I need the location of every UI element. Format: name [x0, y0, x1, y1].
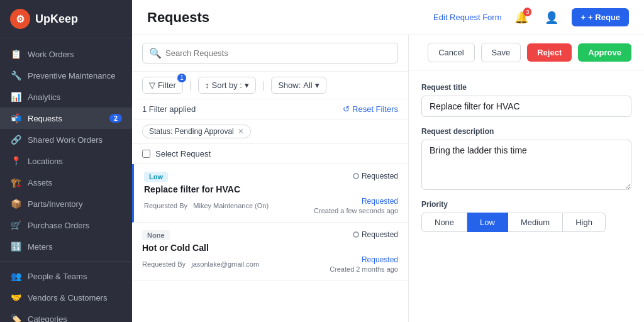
filter-label: Filter — [158, 80, 176, 90]
separator-2: | — [261, 80, 266, 91]
save-button[interactable]: Save — [481, 43, 521, 62]
sidebar-label-vendors: Vendors & Customers — [28, 293, 107, 303]
search-icon: 🔍 — [149, 47, 162, 59]
sidebar-nav: 📋 Work Orders 🔧 Preventive Maintenance 📊… — [0, 38, 132, 322]
sidebar-label-people-teams: People & Teams — [28, 272, 87, 281]
close-icon[interactable]: ✕ — [238, 127, 244, 136]
approve-button[interactable]: Approve — [578, 43, 631, 62]
priority-medium-button[interactable]: Medium — [508, 213, 563, 232]
priority-tag-2: None — [142, 230, 170, 240]
filter-button[interactable]: ▽ Filter 1 — [142, 77, 183, 94]
requested-by-label-2: Requested By — [142, 260, 186, 268]
filter-row: ▽ Filter 1 | ↕ Sort by : ▾ | Show: All ▾ — [132, 72, 408, 99]
search-input[interactable] — [165, 48, 391, 58]
wo-meta-1: Requested By Mikey Maintenance (On) Requ… — [144, 197, 398, 214]
show-button[interactable]: Show: All ▾ — [271, 77, 326, 94]
status-tag[interactable]: Status: Pending Approval ✕ — [142, 125, 251, 138]
description-textarea[interactable]: Bring the ladder this time — [421, 140, 631, 190]
status-tag-text: Status: Pending Approval — [149, 127, 234, 136]
title-input[interactable] — [421, 96, 631, 117]
sidebar-label-shared-work-orders: Shared Work Orders — [28, 135, 103, 145]
sidebar-item-vendors-customers[interactable]: 🤝 Vendors & Customers — [0, 287, 132, 308]
form-body: Request title Request description Bring … — [409, 70, 644, 245]
logo-icon: ⚙ — [10, 9, 30, 29]
edit-request-form-link[interactable]: Edit Request Form — [433, 13, 501, 22]
profile-button[interactable]: 👤 — [541, 8, 562, 28]
profile-icon: 👤 — [545, 11, 558, 25]
reject-button[interactable]: Reject — [527, 43, 572, 62]
sidebar: ⚙ UpKeep 📋 Work Orders 🔧 Preventive Main… — [0, 0, 132, 322]
sidebar-label-meters: Meters — [28, 242, 53, 252]
work-order-card-2[interactable]: None Requested Hot or Cold Call Requeste… — [132, 223, 408, 281]
meters-icon: 🔢 — [10, 242, 21, 252]
select-all-checkbox[interactable] — [142, 150, 150, 158]
logo[interactable]: ⚙ UpKeep — [0, 0, 132, 38]
wo-requested-by-1: Requested By Mikey Maintenance (On) — [144, 202, 269, 209]
shared-work-orders-icon: 🔗 — [10, 135, 21, 145]
work-orders-list: Low Requested Replace filter for HVAC Re… — [132, 164, 408, 322]
search-box[interactable]: 🔍 — [142, 43, 398, 64]
priority-group: Priority None Low Medium High — [421, 200, 631, 232]
wo-status-text-1: Requested — [362, 172, 398, 180]
topbar-actions: Edit Request Form 🔔 3 👤 + + Reque — [433, 8, 629, 28]
parts-icon: 📦 — [10, 199, 21, 209]
sidebar-label-locations: Locations — [28, 157, 63, 166]
add-request-button[interactable]: + + Reque — [572, 8, 629, 26]
work-orders-icon: 📋 — [10, 49, 21, 59]
sidebar-item-meters[interactable]: 🔢 Meters — [0, 236, 132, 257]
sidebar-item-requests[interactable]: 📬 Requests 2 — [0, 108, 132, 129]
search-row: 🔍 — [132, 35, 408, 72]
wo-card-header-2: None Requested — [142, 230, 398, 240]
add-button-label: + Reque — [588, 13, 620, 22]
notifications-button[interactable]: 🔔 3 — [511, 8, 531, 28]
wo-requested-by-2: Requested By jasonlake@gmail.com — [142, 260, 259, 268]
separator-1: | — [188, 80, 193, 91]
sidebar-item-preventive-maintenance[interactable]: 🔧 Preventive Maintenance — [0, 65, 132, 86]
sidebar-item-work-orders[interactable]: 📋 Work Orders — [0, 43, 132, 65]
priority-high-button[interactable]: High — [563, 213, 606, 232]
logo-text: UpKeep — [35, 13, 78, 26]
sort-button[interactable]: ↕ Sort by : ▾ — [198, 77, 256, 94]
sidebar-label-analytics: Analytics — [28, 92, 60, 102]
cancel-button[interactable]: Cancel — [428, 43, 474, 62]
reset-filters-label: Reset Filters — [352, 104, 398, 114]
filter-applied-bar: 1 Filter applied ↺ Reset Filters — [132, 99, 408, 119]
sidebar-item-locations[interactable]: 📍 Locations — [0, 150, 132, 172]
wo-title-1: Replace filter for HVAC — [144, 184, 398, 194]
sidebar-item-analytics[interactable]: 📊 Analytics — [0, 86, 132, 108]
right-panel: Cancel Save Reject Approve Request title… — [409, 35, 644, 322]
filter-applied-text: 1 Filter applied — [142, 104, 196, 114]
select-request-label: Select Request — [155, 149, 211, 158]
wo-status-link-1[interactable]: Requested — [362, 197, 398, 206]
filter-icon: ▽ — [149, 80, 155, 90]
show-chevron-icon: ▾ — [315, 80, 319, 90]
priority-buttons: None Low Medium High — [421, 213, 631, 232]
priority-none-button[interactable]: None — [421, 213, 467, 232]
reset-filters-button[interactable]: ↺ Reset Filters — [343, 104, 398, 114]
sidebar-label-assets: Assets — [28, 178, 52, 187]
title-group: Request title — [421, 83, 631, 117]
wo-status-link-2[interactable]: Requested — [362, 255, 398, 264]
preventive-maintenance-icon: 🔧 — [10, 70, 21, 80]
page-title: Requests — [147, 9, 209, 26]
description-group: Request description Bring the ladder thi… — [421, 127, 631, 190]
sidebar-item-people-teams[interactable]: 👥 People & Teams — [0, 265, 132, 287]
sidebar-item-shared-work-orders[interactable]: 🔗 Shared Work Orders — [0, 129, 132, 150]
sidebar-item-categories[interactable]: 🏷️ Categories — [0, 308, 132, 322]
work-order-card-1[interactable]: Low Requested Replace filter for HVAC Re… — [132, 164, 408, 223]
priority-low-button[interactable]: Low — [467, 213, 508, 232]
chevron-down-icon: ▾ — [245, 80, 249, 90]
filter-badge: 1 — [177, 74, 186, 82]
select-row: Select Request — [132, 144, 408, 164]
status-dot-2 — [353, 231, 359, 238]
sidebar-item-purchase-orders[interactable]: 🛒 Purchase Orders — [0, 214, 132, 236]
sort-icon: ↕ — [205, 80, 209, 90]
status-tag-row: Status: Pending Approval ✕ — [132, 119, 408, 144]
sidebar-item-parts-inventory[interactable]: 📦 Parts/Inventory — [0, 193, 132, 214]
wo-status-2: Requested — [353, 230, 398, 239]
content-area: 🔍 ▽ Filter 1 | ↕ Sort by : ▾ | — [132, 35, 644, 322]
sidebar-item-assets[interactable]: 🏗️ Assets — [0, 172, 132, 193]
requests-icon: 📬 — [10, 113, 21, 123]
analytics-icon: 📊 — [10, 92, 21, 102]
sidebar-label-categories: Categories — [28, 314, 67, 323]
